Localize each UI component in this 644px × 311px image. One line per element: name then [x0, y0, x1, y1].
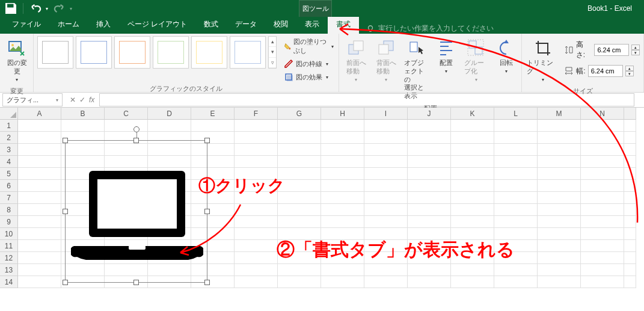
- cell[interactable]: [494, 156, 538, 168]
- row-head-1[interactable]: 1: [0, 120, 18, 132]
- col-head-K[interactable]: K: [451, 108, 494, 120]
- cell[interactable]: [451, 144, 494, 156]
- cell[interactable]: [408, 264, 451, 276]
- tab-page-layout[interactable]: ページ レイアウト: [119, 16, 195, 34]
- cell[interactable]: [451, 192, 494, 204]
- cell[interactable]: [105, 120, 148, 132]
- col-head-E[interactable]: E: [191, 108, 235, 120]
- cell[interactable]: [408, 276, 451, 288]
- cell[interactable]: [451, 276, 494, 288]
- cell[interactable]: [364, 204, 408, 216]
- qat-customize[interactable]: ▾: [68, 1, 74, 16]
- cell[interactable]: [494, 144, 538, 156]
- fx-button[interactable]: fx: [89, 96, 94, 104]
- cell[interactable]: [494, 132, 538, 144]
- cell[interactable]: [278, 132, 321, 144]
- cell[interactable]: [235, 204, 278, 216]
- cell[interactable]: [278, 144, 321, 156]
- col-head-N[interactable]: N: [581, 108, 624, 120]
- col-head-G[interactable]: G: [278, 108, 321, 120]
- cell[interactable]: [581, 204, 624, 216]
- row-head-9[interactable]: 9: [0, 216, 18, 228]
- cell[interactable]: [321, 168, 364, 180]
- rotate-handle[interactable]: [133, 126, 140, 132]
- cell[interactable]: [581, 264, 624, 276]
- cell[interactable]: [494, 204, 538, 216]
- cell[interactable]: [364, 264, 408, 276]
- style-swatch-6[interactable]: [230, 36, 266, 69]
- cell[interactable]: [18, 264, 61, 276]
- resize-handle[interactable]: [133, 138, 139, 143]
- select-all-corner[interactable]: [0, 108, 18, 120]
- col-head-H[interactable]: H: [321, 108, 364, 120]
- row-head-13[interactable]: 13: [0, 264, 18, 276]
- cell[interactable]: [18, 240, 61, 252]
- cell[interactable]: [18, 204, 61, 216]
- cell[interactable]: [235, 264, 278, 276]
- cell[interactable]: [235, 216, 278, 228]
- cell[interactable]: [321, 276, 364, 288]
- tab-file[interactable]: ファイル: [4, 16, 49, 34]
- row-head-10[interactable]: 10: [0, 228, 18, 240]
- picture-outline-button[interactable]: 図の枠線▾: [283, 58, 335, 70]
- cell[interactable]: [624, 144, 636, 156]
- cell[interactable]: [278, 120, 321, 132]
- cell[interactable]: [581, 276, 624, 288]
- col-head-A[interactable]: A: [18, 108, 61, 120]
- cell[interactable]: [538, 132, 581, 144]
- redo-button[interactable]: [52, 1, 67, 16]
- cell[interactable]: [624, 192, 636, 204]
- resize-handle[interactable]: [63, 280, 68, 285]
- style-gallery-more[interactable]: ▴▾▿: [268, 36, 277, 69]
- group-button[interactable]: グループ化▾: [463, 36, 489, 85]
- tab-format[interactable]: 書式: [328, 16, 359, 34]
- cell[interactable]: [624, 180, 636, 192]
- row-head-14[interactable]: 14: [0, 276, 18, 288]
- cell[interactable]: [18, 180, 61, 192]
- cell[interactable]: [581, 252, 624, 264]
- cell[interactable]: [581, 168, 624, 180]
- cell[interactable]: [235, 120, 278, 132]
- cell[interactable]: [538, 180, 581, 192]
- cell[interactable]: [494, 180, 538, 192]
- row-head-2[interactable]: 2: [0, 132, 18, 144]
- cell[interactable]: [18, 192, 61, 204]
- cell[interactable]: [581, 216, 624, 228]
- crop-button[interactable]: トリミング▾: [526, 36, 560, 85]
- cell[interactable]: [364, 276, 408, 288]
- resize-handle[interactable]: [204, 209, 210, 214]
- cell[interactable]: [538, 252, 581, 264]
- cell[interactable]: [364, 144, 408, 156]
- col-head-I[interactable]: I: [364, 108, 408, 120]
- cell[interactable]: [538, 264, 581, 276]
- width-input[interactable]: [588, 65, 623, 77]
- row-head-7[interactable]: 7: [0, 192, 18, 204]
- cell[interactable]: [364, 120, 408, 132]
- cell[interactable]: [624, 240, 636, 252]
- cancel-formula-button[interactable]: ✕: [70, 96, 76, 104]
- cell[interactable]: [538, 216, 581, 228]
- cell[interactable]: [451, 180, 494, 192]
- cell[interactable]: [451, 216, 494, 228]
- cell[interactable]: [624, 204, 636, 216]
- cell[interactable]: [494, 192, 538, 204]
- cell[interactable]: [408, 180, 451, 192]
- cell[interactable]: [624, 168, 636, 180]
- picture-effects-button[interactable]: 図の効果▾: [283, 71, 335, 83]
- cell[interactable]: [494, 216, 538, 228]
- cell[interactable]: [624, 216, 636, 228]
- tab-data[interactable]: データ: [227, 16, 265, 34]
- cell[interactable]: [581, 180, 624, 192]
- align-button[interactable]: 配置▾: [433, 36, 459, 77]
- cell[interactable]: [18, 144, 61, 156]
- cell[interactable]: [581, 132, 624, 144]
- cell[interactable]: [624, 132, 636, 144]
- cell[interactable]: [18, 120, 61, 132]
- rotate-button[interactable]: 回転▾: [493, 36, 520, 77]
- cell[interactable]: [235, 132, 278, 144]
- cell[interactable]: [364, 216, 408, 228]
- cell[interactable]: [364, 180, 408, 192]
- cell[interactable]: [18, 276, 61, 288]
- cell[interactable]: [581, 156, 624, 168]
- cell[interactable]: [364, 132, 408, 144]
